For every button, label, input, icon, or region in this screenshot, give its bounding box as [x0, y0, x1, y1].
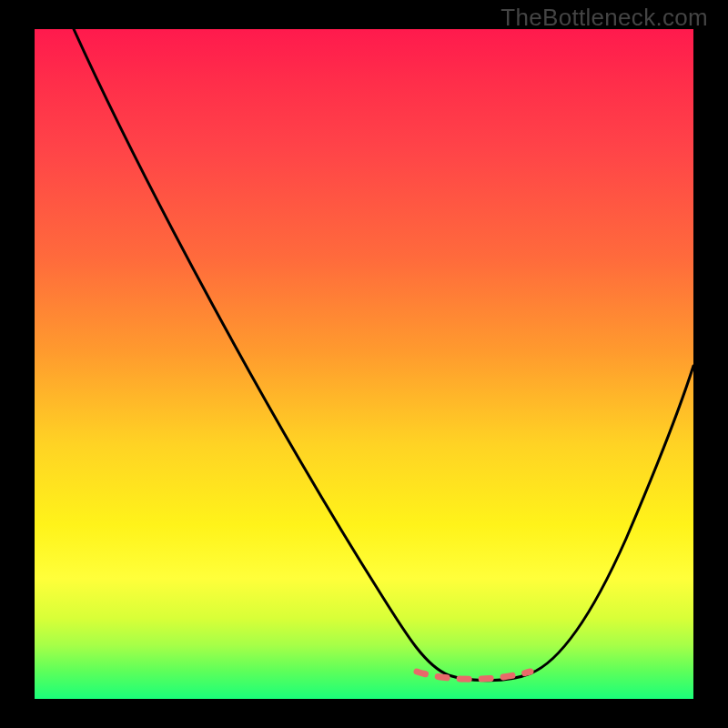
chart-container: TheBottleneck.com	[0, 0, 728, 728]
optimal-range-marker	[417, 672, 531, 679]
watermark-text: TheBottleneck.com	[500, 4, 708, 32]
curve-svg	[35, 29, 693, 699]
plot-area	[35, 29, 693, 699]
bottleneck-curve	[74, 29, 693, 681]
